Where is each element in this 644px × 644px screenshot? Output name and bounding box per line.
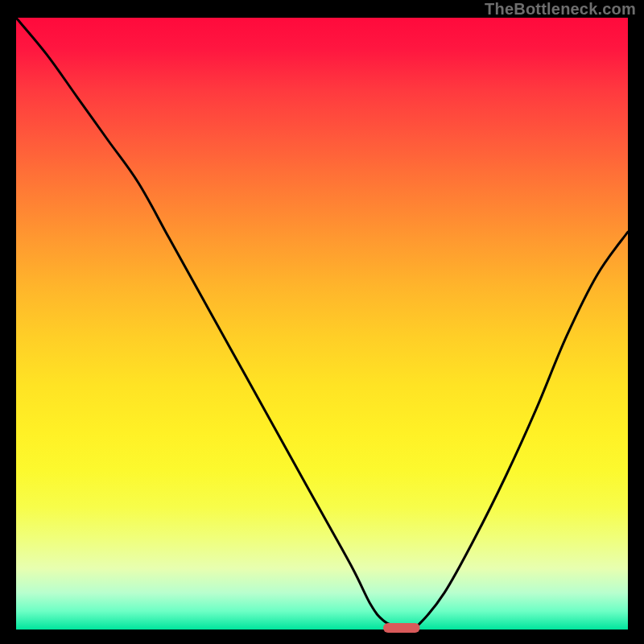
watermark-text: TheBottleneck.com — [485, 0, 636, 19]
curve-layer — [16, 18, 628, 630]
minimum-marker — [383, 623, 420, 633]
bottleneck-curve — [16, 18, 628, 630]
chart-frame: TheBottleneck.com — [0, 0, 644, 644]
plot-area — [16, 18, 628, 630]
